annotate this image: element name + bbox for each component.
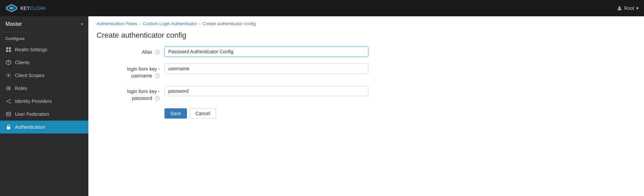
svg-line-19: [7, 102, 10, 103]
sidebar-item-roles[interactable]: Roles: [0, 82, 88, 95]
cog-icon: [5, 72, 12, 78]
breadcrumb-sep-1: ›: [139, 21, 141, 26]
svg-rect-6: [6, 50, 8, 52]
login-password-input-container: [164, 86, 368, 96]
navbar: KEYCLOAK Root ▾: [0, 0, 644, 16]
sidebar: Master ▾ Configure Realm Settings Client…: [0, 16, 88, 196]
database-icon: [5, 111, 12, 117]
login-password-help-icon[interactable]: ?: [155, 96, 160, 101]
svg-rect-7: [9, 50, 11, 52]
alias-help-icon[interactable]: ?: [155, 50, 160, 55]
form-container: Alias ? login form key -username ?: [88, 47, 394, 127]
sidebar-item-identity-providers-label: Identity Providers: [15, 99, 52, 104]
svg-point-8: [8, 75, 10, 76]
brand: KEYCLOAK: [5, 3, 46, 13]
list-icon: [5, 85, 12, 91]
realm-chevron-icon: ▾: [81, 22, 83, 26]
svg-point-20: [6, 112, 11, 113]
user-icon: [617, 6, 622, 11]
sidebar-item-clients[interactable]: Clients: [0, 56, 88, 69]
svg-point-15: [10, 99, 11, 100]
sidebar-item-roles-label: Roles: [15, 86, 27, 91]
alias-row: Alias ?: [97, 47, 386, 57]
svg-point-3: [619, 6, 621, 8]
configure-section-label: Configure: [0, 32, 88, 43]
content-area: Authentication Flows › Custom Login Auth…: [88, 16, 644, 196]
login-password-label: login form key -password ?: [97, 86, 164, 102]
svg-point-16: [10, 103, 11, 104]
login-username-input[interactable]: [164, 64, 368, 74]
breadcrumb-custom-login-authenticator[interactable]: Custom Login Authenticator: [143, 21, 197, 26]
login-username-input-container: [164, 64, 368, 74]
svg-point-17: [6, 101, 7, 102]
sidebar-item-authentication-label: Authentication: [15, 124, 45, 130]
realm-selector[interactable]: Master ▾: [0, 16, 88, 32]
sidebar-item-clients-label: Clients: [15, 60, 30, 65]
alias-label: Alias ?: [97, 47, 164, 56]
brand-key: KEY: [20, 5, 30, 11]
user-dropdown-arrow: ▾: [636, 5, 639, 11]
login-password-row: login form key -password ?: [97, 86, 386, 102]
brand-text: KEYCLOAK: [20, 5, 46, 11]
user-name: Root: [624, 5, 634, 11]
sidebar-item-realm-settings-label: Realm Settings: [15, 47, 47, 52]
svg-rect-10: [7, 87, 11, 87]
share-icon: [5, 98, 12, 104]
user-menu[interactable]: Root ▾: [617, 5, 639, 11]
cube-icon: [5, 59, 12, 66]
svg-rect-13: [6, 89, 7, 90]
sidebar-item-client-scopes[interactable]: Client Scopes: [0, 69, 88, 82]
grid-icon: [5, 47, 12, 53]
brand-cloak: CLOAK: [30, 5, 46, 11]
svg-rect-9: [6, 87, 7, 87]
main-layout: Master ▾ Configure Realm Settings Client…: [0, 16, 644, 196]
breadcrumb-current: Create authenticator config: [203, 21, 256, 26]
form-actions: Save Cancel: [97, 108, 386, 119]
svg-rect-12: [7, 88, 11, 89]
svg-rect-21: [7, 127, 10, 129]
svg-rect-11: [6, 88, 7, 89]
save-button[interactable]: Save: [164, 108, 187, 119]
sidebar-item-realm-settings[interactable]: Realm Settings: [0, 43, 88, 56]
sidebar-item-user-federation[interactable]: User Federation: [0, 108, 88, 121]
realm-name: Master: [5, 21, 22, 27]
breadcrumb-authentication-flows[interactable]: Authentication Flows: [97, 21, 137, 26]
svg-rect-14: [7, 89, 11, 90]
sidebar-item-user-federation-label: User Federation: [15, 111, 49, 117]
cancel-button[interactable]: Cancel: [190, 108, 216, 119]
svg-rect-5: [9, 47, 11, 49]
alias-input[interactable]: [164, 47, 368, 57]
svg-rect-4: [6, 47, 8, 49]
page-title: Create authenticator config: [88, 28, 644, 47]
keycloak-logo-icon: [5, 3, 18, 13]
sidebar-item-identity-providers[interactable]: Identity Providers: [0, 95, 88, 108]
lock-icon: [5, 124, 12, 130]
login-username-label: login form key -username ?: [97, 64, 164, 79]
breadcrumb-sep-2: ›: [199, 21, 201, 26]
breadcrumb: Authentication Flows › Custom Login Auth…: [88, 16, 644, 28]
login-username-row: login form key -username ?: [97, 64, 386, 79]
sidebar-item-authentication[interactable]: Authentication: [0, 121, 88, 133]
alias-input-container: [164, 47, 368, 57]
sidebar-item-client-scopes-label: Client Scopes: [15, 73, 44, 78]
svg-line-18: [7, 100, 10, 101]
login-password-input[interactable]: [164, 86, 368, 96]
login-username-help-icon[interactable]: ?: [155, 74, 160, 78]
